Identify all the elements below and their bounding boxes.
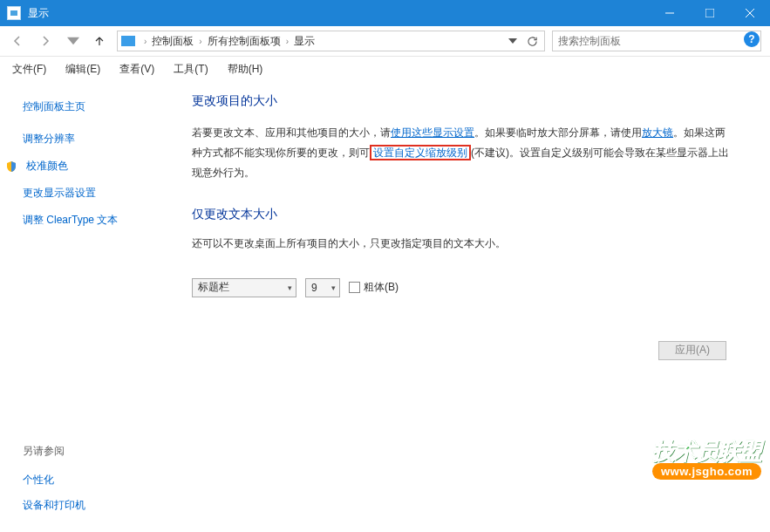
watermark-url: www.jsgho.com — [652, 463, 761, 480]
link-display-settings[interactable]: 使用这些显示设置 — [391, 126, 474, 139]
help-icon[interactable]: ? — [744, 31, 760, 47]
sidebar-home[interactable]: 控制面板主页 — [23, 93, 174, 120]
menu-view[interactable]: 查看(V) — [116, 60, 158, 78]
crumb-0[interactable]: 控制面板 — [150, 32, 195, 51]
svg-rect-0 — [10, 10, 17, 16]
maximize-button[interactable] — [690, 0, 730, 26]
paragraph-2: 还可以不更改桌面上所有项目的大小，只更改指定项目的文本大小。 — [192, 235, 735, 254]
chevron-down-icon: ▾ — [331, 283, 336, 292]
link-custom-scaling[interactable]: 设置自定义缩放级别 — [370, 145, 471, 160]
see-also-devices[interactable]: 设备和打印机 — [23, 493, 85, 518]
refresh-button[interactable] — [523, 32, 541, 50]
address-dropdown[interactable] — [504, 32, 521, 50]
search-input[interactable] — [558, 35, 744, 47]
sidebar-item-calibrate[interactable]: 校准颜色 — [23, 153, 174, 180]
see-also-personalize[interactable]: 个性化 — [23, 467, 85, 493]
menu-edit[interactable]: 编辑(E) — [62, 60, 104, 78]
item-combobox[interactable]: 标题栏 ▾ — [192, 278, 296, 297]
breadcrumb: › 控制面板 › 所有控制面板项 › 显示 — [140, 32, 501, 51]
minimize-button[interactable] — [650, 0, 690, 26]
control-panel-icon — [121, 36, 135, 46]
title-bar: 显示 — [0, 0, 770, 26]
menu-file[interactable]: 文件(F) — [9, 60, 50, 78]
heading-text-only: 仅更改文本大小 — [192, 207, 735, 222]
menu-tools[interactable]: 工具(T) — [170, 60, 211, 78]
back-button[interactable] — [5, 31, 30, 51]
menu-help[interactable]: 帮助(H) — [224, 60, 267, 78]
sidebar-item-cleartype[interactable]: 调整 ClearType 文本 — [23, 207, 174, 234]
link-magnifier[interactable]: 放大镜 — [642, 126, 673, 139]
sidebar-item-display-settings[interactable]: 更改显示器设置 — [23, 180, 174, 207]
sidebar: 控制面板主页 调整分辨率 校准颜色 更改显示器设置 调整 ClearType 文… — [0, 81, 174, 532]
sidebar-item-resolution[interactable]: 调整分辨率 — [23, 126, 174, 153]
crumb-1[interactable]: 所有控制面板项 — [206, 32, 283, 51]
heading-change-size: 更改项目的大小 — [192, 93, 735, 109]
nav-bar: › 控制面板 › 所有控制面板项 › 显示 — [0, 26, 770, 57]
up-button[interactable] — [89, 31, 110, 51]
close-button[interactable] — [730, 0, 770, 26]
forward-button[interactable] — [33, 31, 58, 51]
apply-button[interactable]: 应用(A) — [658, 341, 726, 360]
recent-dropdown[interactable] — [61, 31, 85, 51]
paragraph-1: 若要更改文本、应用和其他项目的大小，请使用这些显示设置。如果要临时放大部分屏幕，… — [192, 123, 735, 182]
svg-rect-2 — [705, 9, 714, 17]
watermark: 技术员联盟 www.jsgho.com — [652, 436, 761, 480]
watermark-title: 技术员联盟 — [652, 436, 761, 467]
shield-icon — [5, 160, 17, 173]
search-box[interactable] — [552, 31, 761, 51]
checkbox-box — [349, 282, 360, 293]
crumb-2[interactable]: 显示 — [292, 32, 317, 51]
address-bar[interactable]: › 控制面板 › 所有控制面板项 › 显示 — [117, 31, 545, 51]
size-combobox[interactable]: 9 ▾ — [305, 278, 340, 297]
window-title: 显示 — [28, 6, 650, 21]
bold-checkbox[interactable]: 粗体(B) — [349, 280, 399, 295]
app-icon — [7, 6, 21, 20]
see-also-title: 另请参阅 — [23, 444, 85, 459]
text-size-controls: 标题栏 ▾ 9 ▾ 粗体(B) — [192, 278, 735, 297]
menu-bar: 文件(F) 编辑(E) 查看(V) 工具(T) 帮助(H) — [0, 57, 770, 81]
chevron-down-icon: ▾ — [288, 283, 292, 292]
